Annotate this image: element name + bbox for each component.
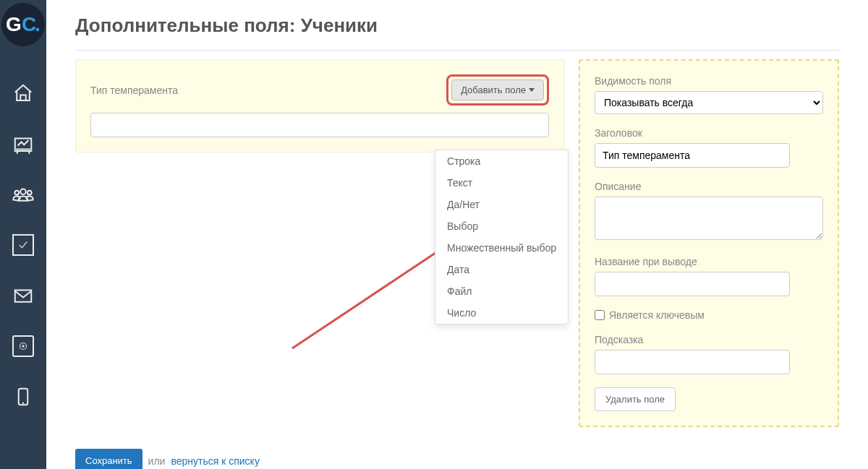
add-field-highlight: Добавить поле	[446, 74, 549, 106]
dropdown-item-yesno[interactable]: Да/Нет	[435, 194, 568, 215]
field-value-input[interactable]	[90, 113, 549, 137]
mobile-icon	[12, 386, 34, 408]
output-name-input[interactable]	[595, 272, 790, 296]
svg-point-1	[20, 189, 26, 195]
svg-point-2	[14, 191, 19, 195]
settings-column: Видимость поля Показывать всегда Заголов…	[579, 59, 839, 427]
is-key-checkbox[interactable]	[595, 310, 605, 320]
add-field-button[interactable]: Добавить поле	[451, 79, 544, 100]
sidebar-item-mobile[interactable]	[0, 371, 46, 422]
sidebar-item-mail[interactable]	[0, 270, 46, 321]
title-field-input[interactable]	[595, 143, 790, 168]
divider	[75, 50, 839, 51]
layout: Тип темперамента Добавить поле Видимость…	[75, 59, 839, 427]
title-field-label: Заголовок	[595, 127, 823, 139]
home-icon	[12, 82, 34, 104]
output-name-label: Название при выводе	[595, 256, 823, 267]
is-key-group: Является ключевым	[595, 309, 823, 321]
save-button[interactable]: Сохранить	[75, 449, 142, 469]
caret-down-icon	[529, 88, 535, 92]
safe-icon	[12, 335, 34, 357]
page-title: Дополнительные поля: Ученики	[75, 14, 839, 37]
sidebar-item-home[interactable]	[0, 68, 46, 119]
visibility-group: Видимость поля Показывать всегда	[595, 75, 823, 114]
title-group: Заголовок	[595, 127, 823, 168]
dropdown-item-date[interactable]: Дата	[435, 259, 568, 280]
delete-field-button[interactable]: Удалить поле	[595, 387, 676, 411]
sidebar-item-safe[interactable]	[0, 321, 46, 371]
logo: G C .	[1, 3, 45, 46]
back-to-list-link[interactable]: вернуться к списку	[171, 455, 259, 467]
hint-group: Подсказка	[595, 334, 823, 374]
description-textarea[interactable]	[595, 197, 823, 240]
add-field-dropdown: Строка Текст Да/Нет Выбор Множественный …	[435, 150, 569, 324]
users-icon	[12, 184, 34, 205]
field-label: Тип темперамента	[90, 85, 178, 96]
svg-point-3	[27, 191, 32, 195]
dropdown-item-number[interactable]: Число	[435, 302, 568, 324]
hint-input[interactable]	[595, 350, 790, 374]
field-header: Тип темперамента Добавить поле	[90, 74, 549, 106]
svg-rect-4	[15, 291, 32, 302]
logo-c: C	[22, 13, 36, 36]
sidebar-item-check[interactable]	[0, 220, 46, 270]
visibility-label: Видимость поля	[595, 75, 823, 87]
or-text: или	[148, 455, 166, 467]
output-name-group: Название при выводе	[595, 256, 823, 296]
dropdown-item-file[interactable]: Файл	[435, 280, 568, 302]
description-group: Описание	[595, 181, 823, 243]
dropdown-item-string[interactable]: Строка	[435, 150, 568, 172]
sidebar-item-chart[interactable]	[0, 119, 46, 169]
dropdown-item-multiselect[interactable]: Множественный выбор	[435, 237, 568, 259]
bottom-actions: Сохранить или вернуться к списку	[75, 449, 839, 469]
sidebar: G C .	[0, 0, 46, 469]
logo-g: G	[6, 13, 22, 36]
mail-icon	[12, 285, 34, 306]
is-key-label: Является ключевым	[609, 309, 705, 321]
logo-dot: .	[35, 13, 41, 36]
check-icon	[12, 234, 34, 256]
chart-icon	[12, 133, 34, 155]
field-settings-panel: Видимость поля Показывать всегда Заголов…	[579, 59, 839, 427]
svg-point-6	[22, 345, 24, 347]
sidebar-item-users[interactable]	[0, 169, 46, 220]
main-content: Дополнительные поля: Ученики Тип темпера…	[46, 0, 868, 469]
add-field-button-label: Добавить поле	[461, 85, 526, 95]
description-label: Описание	[595, 181, 823, 192]
hint-label: Подсказка	[595, 334, 823, 345]
dropdown-item-text[interactable]: Текст	[435, 172, 568, 194]
field-panel: Тип темперамента Добавить поле	[75, 59, 564, 152]
visibility-select[interactable]: Показывать всегда	[595, 91, 823, 114]
dropdown-item-select[interactable]: Выбор	[435, 215, 568, 237]
